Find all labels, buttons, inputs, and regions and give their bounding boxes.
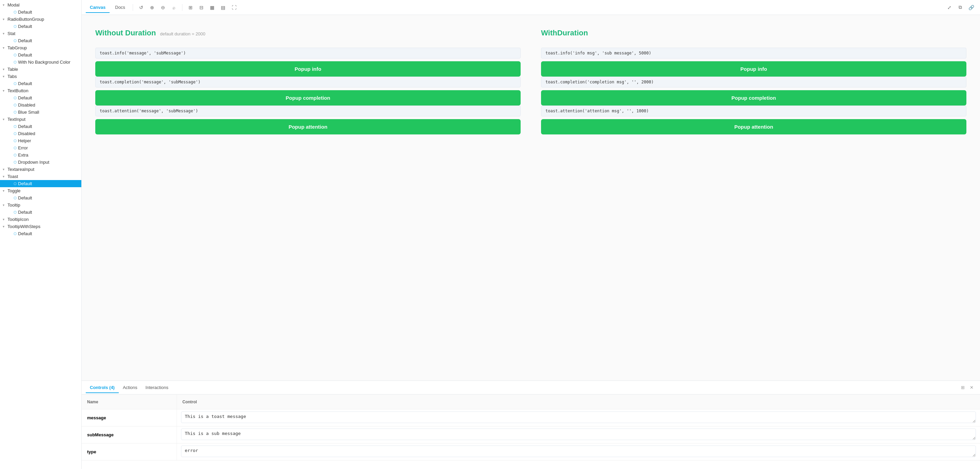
control-input-0[interactable] [181,412,976,423]
expand-icon[interactable]: ▾ [3,3,8,7]
expand-icon[interactable]: ▾ [3,75,8,78]
expand-icon[interactable]: ▾ [3,46,8,50]
sidebar-item-toast[interactable]: ▾Toast [0,173,81,180]
responsive-icon-btn[interactable]: ▤ [218,3,228,12]
expand-icon[interactable]: ▾ [3,218,8,221]
sidebar-item-textbutton-default[interactable]: ⬡Default [0,94,81,102]
sidebar-item-tabgroup-default[interactable]: ⬡Default [0,51,81,59]
left-column-subtitle: default duration = 2000 [160,31,205,37]
sidebar-item-radiobuttongroup[interactable]: ▾RadioButtonGroup [0,16,81,23]
sidebar-item-tabgroup[interactable]: ▾TabGroup [0,44,81,51]
sidebar-item-radiobuttongroup-default[interactable]: ⬡Default [0,23,81,30]
layout-icon-btn[interactable]: ▦ [208,3,217,12]
control-input-1[interactable] [181,429,976,440]
sidebar-item-textbutton[interactable]: ▾TextButton [0,87,81,94]
sidebar-item-label: With No Background Color [18,60,79,65]
sidebar-item-tooltip[interactable]: ▾Tooltip [0,202,81,208]
expand-icon[interactable]: ▾ [3,67,8,71]
expand-icon-btn[interactable]: ⤢ [945,3,954,12]
toolbar-right: ⤢ ⧉ 🔗 [945,3,976,12]
code-label-0: toast.info('info msg', 'sub message', 50… [541,48,966,59]
sidebar-item-textbutton-bluesm[interactable]: ⬡Blue Small [0,108,81,116]
control-input-2[interactable] [181,445,976,457]
sidebar-item-tabs-default[interactable]: ⬡Default [0,80,81,87]
expand-icon[interactable]: ▾ [3,32,8,35]
expand-icon[interactable]: ▾ [3,189,8,192]
tab-canvas[interactable]: Canvas [86,2,110,13]
sidebar-item-tabs[interactable]: ▾Tabs [0,73,81,80]
sidebar-item-tabgroup-nobg[interactable]: ⬡With No Background Color [0,59,81,66]
popup-btn-2[interactable]: Popup attention [95,119,520,134]
sidebar-item-label: Default [18,181,79,186]
sidebar-item-textinput-disabled[interactable]: ⬡Disabled [0,130,81,137]
expand-icon[interactable]: ▾ [3,203,8,207]
sidebar-item-label: Default [18,38,79,43]
sidebar-item-textinput-helper[interactable]: ⬡Helper [0,137,81,144]
controls-table-header: Name Control [82,394,980,409]
sidebar-item-modal[interactable]: ▾Modal [0,2,81,8]
sidebar-item-textinput[interactable]: ▾TextInput [0,116,81,123]
sidebar-item-textinput-default[interactable]: ⬡Default [0,123,81,130]
tab-docs[interactable]: Docs [111,2,129,13]
sidebar-item-textbutton-disabled[interactable]: ⬡Disabled [0,102,81,108]
component-icon: ⬡ [14,124,17,128]
zoom-out-icon-btn[interactable]: ⊖ [158,3,168,12]
sidebar-item-toggle-default[interactable]: ⬡Default [0,194,81,202]
toolbar: Canvas Docs ↺ ⊕ ⊖ ⌕ ⊞ ⊟ ▦ ▤ ⛶ ⤢ ⧉ 🔗 [82,0,980,15]
toast-demo-block-2: toast.attention('attention msg', '', 100… [541,105,966,134]
component-icon: ⬡ [14,153,17,157]
sidebar-item-tooltipwithsteps[interactable]: ▾TooltipWithSteps [0,223,81,230]
sidebar-item-textareainput[interactable]: ▾TextareaInput [0,166,81,173]
panel-tab-interactions[interactable]: Interactions [142,382,172,393]
controls-table: Name Control messagesubMessagetype [82,394,980,469]
external-icon-btn[interactable]: ⧉ [956,3,965,12]
popup-btn-0[interactable]: Popup info [95,61,520,76]
expand-icon[interactable]: ▾ [3,175,8,178]
expand-icon[interactable]: ▾ [3,167,8,171]
left-column: Without Duration default duration = 2000… [95,29,520,134]
grid-icon-btn[interactable]: ⊟ [197,3,206,12]
zoom-in-icon-btn[interactable]: ⊕ [147,3,157,12]
link-icon-btn[interactable]: 🔗 [966,3,976,12]
col-name-header: Name [82,394,177,409]
popup-btn-0[interactable]: Popup info [541,61,966,76]
search-icon-btn[interactable]: ⌕ [169,3,179,12]
popup-btn-1[interactable]: Popup completion [541,90,966,105]
controls-rows: messagesubMessagetype [82,409,980,461]
control-input-wrap-0 [181,412,976,424]
popup-btn-1[interactable]: Popup completion [95,90,520,105]
image-icon-btn[interactable]: ⊞ [186,3,195,12]
sidebar-item-modal-default[interactable]: ⬡Default [0,8,81,16]
component-icon: ⬡ [14,110,17,114]
code-label-0: toast.info('message', 'subMessage') [95,48,520,59]
sidebar-item-textinput-extra[interactable]: ⬡Extra [0,151,81,159]
popup-btn-2[interactable]: Popup attention [541,119,966,134]
panel-close-icon-btn[interactable]: ✕ [967,383,976,392]
sidebar-item-label: Blue Small [18,110,79,115]
control-name-2: type [82,444,177,460]
expand-icon[interactable]: ▾ [3,17,8,21]
sidebar-item-label: Disabled [18,131,79,136]
sidebar-item-label: Default [18,81,79,86]
sidebar-item-stat[interactable]: ▾Stat [0,30,81,37]
fullscreen-icon-btn[interactable]: ⛶ [229,3,239,12]
panel-split-icon-btn[interactable]: ⊞ [958,383,967,392]
sidebar-item-table[interactable]: ▾Table [0,66,81,73]
sidebar-item-tooltip-default[interactable]: ⬡Default [0,208,81,216]
sidebar-item-tooltipicon[interactable]: ▾TooltipIcon [0,216,81,223]
sidebar-item-stat-default[interactable]: ⬡Default [0,37,81,44]
sidebar-item-toast-default[interactable]: ⬡Default [0,180,81,187]
sidebar-item-tooltipwithsteps-default[interactable]: ⬡Default [0,230,81,237]
expand-icon[interactable]: ▾ [3,89,8,92]
component-icon: ⬡ [14,232,17,235]
expand-icon[interactable]: ▾ [3,225,8,228]
sidebar-item-toggle[interactable]: ▾Toggle [0,187,81,194]
sidebar-item-textinput-dropdown[interactable]: ⬡Dropdown Input [0,159,81,166]
sidebar-item-textinput-error[interactable]: ⬡Error [0,144,81,151]
sidebar-item-label: Default [18,24,79,29]
expand-icon[interactable]: ▾ [3,118,8,121]
refresh-icon-btn[interactable]: ↺ [137,3,146,12]
panel-tab-actions[interactable]: Actions [119,382,142,393]
sidebar-item-label: Toast [8,174,79,179]
panel-tab-controls[interactable]: Controls (4) [86,382,119,393]
